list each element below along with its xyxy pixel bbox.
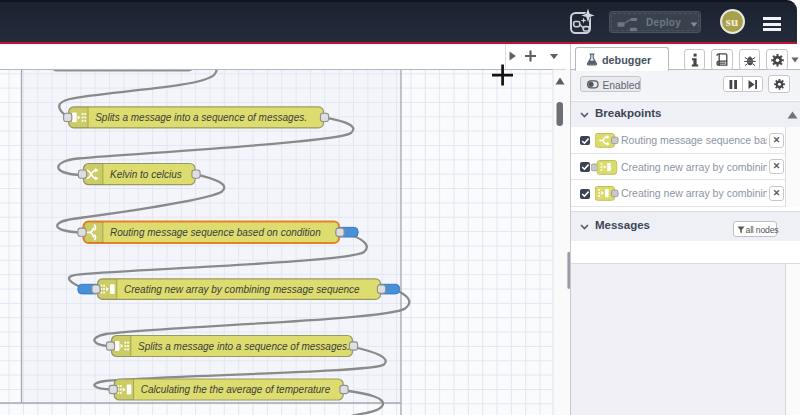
svg-text:Calculating the the average of: Calculating the the average of temperatu… [141,384,331,395]
svg-text:Routing message sequence based: Routing message sequence based on condit… [110,227,321,238]
svg-text:Splits a message into a sequen: Splits a message into a sequence of mess… [95,112,307,123]
svg-text:Splits a message into a sequen: Splits a message into a sequence of mess… [138,341,350,352]
svg-text:Kelvin to celcius: Kelvin to celcius [110,169,182,180]
svg-text:Creating new array by combinin: Creating new array by combining message … [124,284,360,295]
